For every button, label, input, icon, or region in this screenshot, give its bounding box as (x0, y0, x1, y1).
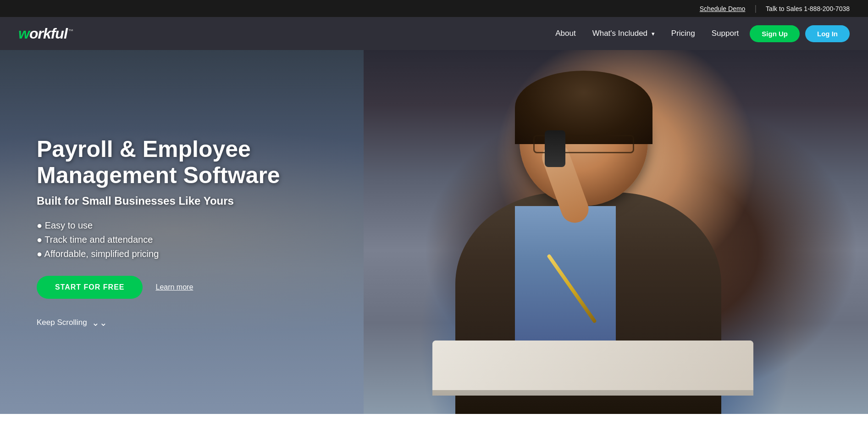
hero-subtitle: Built for Small Businesses Like Yours (37, 195, 280, 207)
top-bar: Schedule Demo | Talk to Sales 1-888-200-… (0, 0, 868, 17)
logo-trademark: ™ (68, 28, 73, 34)
top-bar-divider: | (754, 4, 757, 13)
login-button[interactable]: Log In (805, 25, 850, 42)
hero-image (364, 50, 868, 414)
hero-title: Payroll & Employee Management Software (37, 136, 280, 189)
nav-item-whats-included[interactable]: What's Included ▾ (592, 29, 655, 38)
logo[interactable]: workful™ (18, 25, 73, 42)
learn-more-link[interactable]: Learn more (155, 283, 193, 291)
keep-scrolling-label: Keep Scrolling (37, 318, 87, 327)
hero-actions: START FOR FREE Learn more (37, 276, 280, 299)
hair-element (515, 71, 652, 144)
shirt-element (515, 206, 616, 344)
nav-item-support[interactable]: Support (712, 29, 739, 38)
bullet-track-time: Track time and attendance (37, 235, 280, 245)
nav-item-about[interactable]: About (555, 29, 575, 38)
hero-section: Payroll & Employee Management Software B… (0, 50, 868, 414)
chevron-down-double-icon: ⌄⌄ (92, 317, 107, 328)
bullet-easy-to-use: Easy to use (37, 220, 280, 231)
navbar: workful™ About What's Included ▾ Pricing… (0, 17, 868, 50)
nav-item-pricing[interactable]: Pricing (671, 29, 695, 38)
phone-element (545, 130, 565, 167)
nav-menu: About What's Included ▾ Pricing Support (555, 29, 739, 38)
signup-button[interactable]: Sign Up (750, 25, 800, 42)
phone-number: Talk to Sales 1-888-200-7038 (766, 5, 850, 12)
schedule-demo-link[interactable]: Schedule Demo (700, 5, 746, 12)
hero-bullets-list: Easy to use Track time and attendance Af… (37, 220, 280, 259)
logo-text: workful™ (18, 25, 73, 42)
hero-content: Payroll & Employee Management Software B… (0, 136, 280, 328)
laptop-element (432, 341, 753, 396)
keep-scrolling[interactable]: Keep Scrolling ⌄⌄ (37, 317, 280, 328)
start-free-button[interactable]: START FOR FREE (37, 276, 143, 299)
bullet-affordable: Affordable, simplified pricing (37, 249, 280, 259)
chevron-down-icon: ▾ (652, 30, 655, 37)
